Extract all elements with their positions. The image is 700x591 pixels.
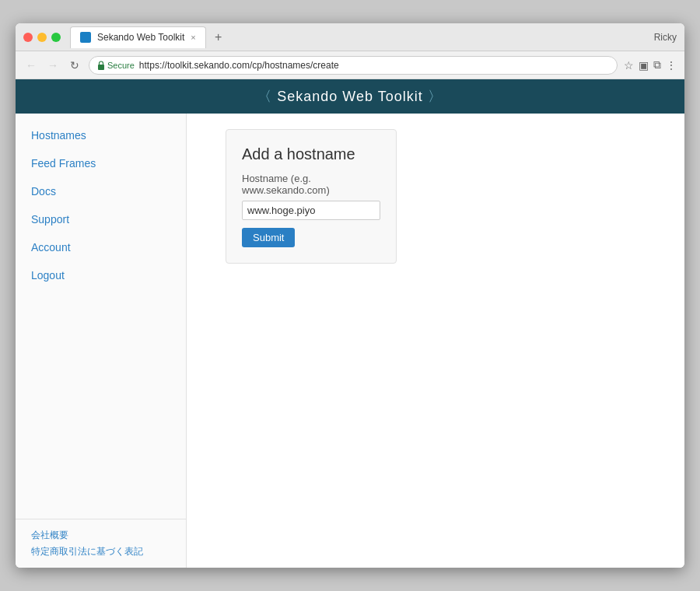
url-actions: ☆ ▣ ⧉ ⋮ <box>624 58 677 72</box>
traffic-lights <box>23 33 61 42</box>
address-bar: ← → ↻ Secure https://toolkit.sekando.com… <box>16 51 684 79</box>
svg-rect-0 <box>98 65 104 70</box>
sidebar: Hostnames Feed Frames Docs Support Accou… <box>16 114 187 568</box>
lock-icon <box>97 61 105 70</box>
form-title: Add a hostname <box>242 145 380 163</box>
hostname-label: Hostname (e.g. www.sekando.com) <box>242 173 380 196</box>
sidebar-item-logout[interactable]: Logout <box>16 261 186 289</box>
url-bar[interactable]: Secure https://toolkit.sekando.com/cp/ho… <box>89 56 618 75</box>
add-hostname-form: Add a hostname Hostname (e.g. www.sekand… <box>226 129 397 264</box>
submit-button[interactable]: Submit <box>242 228 295 247</box>
refresh-button[interactable]: ↻ <box>67 58 82 73</box>
app-content: 〈 Sekando Web Toolkit 〉 Hostnames Feed F… <box>16 79 684 568</box>
tab-close-button[interactable]: × <box>191 33 195 42</box>
tab-area: Sekando Web Toolkit × + <box>70 26 654 48</box>
app-title-text: Sekando Web Toolkit <box>277 89 427 104</box>
main-content: Add a hostname Hostname (e.g. www.sekand… <box>187 114 684 568</box>
title-bar: Sekando Web Toolkit × + Ricky <box>16 23 684 51</box>
title-bracket-left: 〈 <box>257 89 272 104</box>
forward-button[interactable]: → <box>45 58 61 73</box>
bookmark-icon[interactable]: ☆ <box>624 59 634 72</box>
sidebar-nav: Hostnames Feed Frames Docs Support Accou… <box>16 114 186 519</box>
app-title: 〈 Sekando Web Toolkit 〉 <box>257 87 442 106</box>
browser-window: Sekando Web Toolkit × + Ricky ← → ↻ Secu… <box>16 23 684 568</box>
secure-label: Secure <box>107 61 135 70</box>
sidebar-item-account[interactable]: Account <box>16 233 186 261</box>
user-name: Ricky <box>654 32 677 43</box>
main-layout: Hostnames Feed Frames Docs Support Accou… <box>16 114 684 568</box>
sidebar-item-hostnames[interactable]: Hostnames <box>16 121 186 149</box>
new-tab-button[interactable]: + <box>209 28 228 47</box>
minimize-button[interactable] <box>37 33 47 42</box>
sidebar-footer-legal[interactable]: 特定商取引法に基づく表記 <box>31 544 170 560</box>
close-button[interactable] <box>23 33 33 42</box>
sidebar-item-docs[interactable]: Docs <box>16 177 186 205</box>
tab-title: Sekando Web Toolkit <box>97 32 184 43</box>
sidebar-footer-company-info[interactable]: 会社概要 <box>31 527 170 544</box>
sidebar-item-feed-frames[interactable]: Feed Frames <box>16 149 186 177</box>
menu-icon[interactable]: ⋮ <box>666 59 677 72</box>
url-text: https://toolkit.sekando.com/cp/hostnames… <box>139 60 339 71</box>
cast-icon[interactable]: ▣ <box>639 59 649 72</box>
window-icon[interactable]: ⧉ <box>653 58 661 72</box>
back-button[interactable]: ← <box>23 58 39 73</box>
secure-badge: Secure <box>97 61 135 70</box>
maximize-button[interactable] <box>51 33 61 42</box>
app-header: 〈 Sekando Web Toolkit 〉 <box>16 79 684 114</box>
hostname-input[interactable] <box>242 201 380 220</box>
tab-favicon <box>80 32 91 43</box>
sidebar-footer: 会社概要 特定商取引法に基づく表記 <box>16 519 186 568</box>
browser-tab[interactable]: Sekando Web Toolkit × <box>70 26 206 48</box>
title-bracket-right: 〉 <box>428 89 443 104</box>
sidebar-item-support[interactable]: Support <box>16 205 186 233</box>
